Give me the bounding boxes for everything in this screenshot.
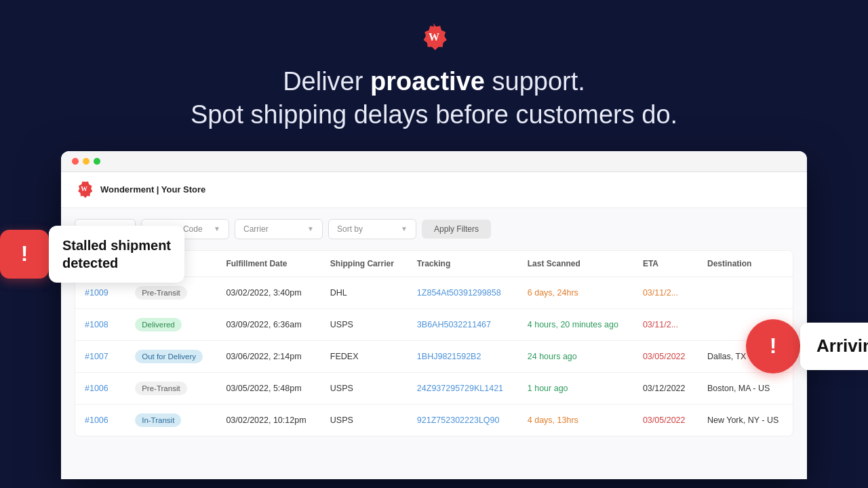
- tooltip-arriving-late: ! Arriving late: [746, 319, 868, 373]
- browser-maximize-dot: [94, 158, 100, 165]
- carrier-filter[interactable]: Carrier ▼: [235, 219, 323, 239]
- cell-eta: 03/05/2022: [633, 404, 698, 436]
- arriving-icon-box: !: [746, 319, 800, 373]
- col-carrier: Shipping Carrier: [321, 251, 408, 277]
- hero-title: Deliver proactive support. Spot shipping…: [191, 65, 677, 132]
- browser-close-dot: [72, 158, 79, 165]
- arriving-text: Arriving late: [816, 335, 868, 358]
- cell-fulfillment: 03/05/2022, 5:48pm: [216, 372, 320, 404]
- cell-carrier: USPS: [321, 372, 408, 404]
- app-brand: Wonderment | Your Store: [100, 184, 205, 195]
- cell-last-scanned: 6 days, 24hrs: [518, 277, 633, 308]
- col-eta: ETA: [633, 251, 698, 277]
- cell-status: Out for Delivery: [125, 340, 216, 372]
- arriving-text-box: Arriving late: [800, 323, 868, 370]
- app-logo-small: W: [75, 179, 94, 201]
- cell-tracking[interactable]: 24Z937295729KL1421: [408, 372, 518, 404]
- cell-last-scanned: 1 hour ago: [518, 372, 633, 404]
- col-tracking: Tracking: [408, 251, 518, 277]
- cell-status: In-Transit: [125, 404, 216, 436]
- tooltip-stalled: ! Stalled shipmentdetected: [0, 226, 184, 283]
- cell-order[interactable]: #1006: [75, 372, 125, 404]
- stalled-icon-box: !: [0, 230, 49, 279]
- cell-last-scanned: 24 hours ago: [518, 340, 633, 372]
- cell-tracking[interactable]: 1Z854At50391299858: [408, 277, 518, 308]
- tracking-chevron-icon: ▼: [214, 225, 220, 232]
- cell-eta: 03/12/2022: [633, 372, 698, 404]
- sortby-chevron-icon: ▼: [401, 225, 408, 232]
- cell-fulfillment: 03/02/2022, 10:12pm: [216, 404, 320, 436]
- cell-eta: 03/11/2...: [633, 277, 698, 308]
- carrier-chevron-icon: ▼: [307, 225, 314, 232]
- table-row: #1006 Pre-Transit 03/05/2022, 5:48pm USP…: [75, 372, 793, 404]
- table-row: #1007 Out for Delivery 03/06/2022, 2:14p…: [75, 340, 793, 372]
- table-body: #1009 Pre-Transit 03/02/2022, 3:40pm DHL…: [75, 277, 793, 436]
- cell-eta: 03/11/2...: [633, 308, 698, 340]
- cell-status: Delivered: [125, 308, 216, 340]
- cell-fulfillment: 03/02/2022, 3:40pm: [216, 277, 320, 308]
- stalled-text-box: Stalled shipmentdetected: [49, 226, 184, 283]
- svg-text:W: W: [429, 31, 439, 43]
- app-header: W Wonderment | Your Store: [61, 172, 807, 208]
- cell-tracking[interactable]: 1BHJ9821592B2: [408, 340, 518, 372]
- cell-carrier: USPS: [321, 308, 408, 340]
- cell-eta: 03/05/2022: [633, 340, 698, 372]
- col-last-scanned: Last Scanned: [518, 251, 633, 277]
- sortby-label: Sort by: [337, 224, 363, 234]
- cell-tracking[interactable]: 3B6AH5032211467: [408, 308, 518, 340]
- cell-fulfillment: 03/06/2022, 2:14pm: [216, 340, 320, 372]
- browser-window: ! Stalled shipmentdetected ! Arriving la…: [61, 151, 807, 479]
- cell-destination: [698, 277, 793, 308]
- col-destination: Destination: [698, 251, 793, 277]
- apply-filters-button[interactable]: Apply Filters: [422, 220, 491, 239]
- carrier-label: Carrier: [243, 224, 269, 234]
- stalled-text: Stalled shipmentdetected: [62, 237, 171, 272]
- table-row: #1006 In-Transit 03/02/2022, 10:12pm USP…: [75, 404, 793, 436]
- sortby-filter[interactable]: Sort by ▼: [328, 219, 416, 239]
- arriving-exclamation-icon: !: [770, 333, 777, 359]
- cell-order[interactable]: #1008: [75, 308, 125, 340]
- browser-minimize-dot: [83, 158, 90, 165]
- cell-tracking[interactable]: 921Z752302223LQ90: [408, 404, 518, 436]
- hero-section: W Deliver proactive support. Spot shippi…: [191, 0, 677, 151]
- cell-last-scanned: 4 days, 13hrs: [518, 404, 633, 436]
- svg-text:W: W: [81, 185, 87, 192]
- cell-carrier: FEDEX: [321, 340, 408, 372]
- cell-destination: New York, NY - US: [698, 404, 793, 436]
- cell-destination: Boston, MA - US: [698, 372, 793, 404]
- table-row: #1008 Delivered 03/09/2022, 6:36am USPS …: [75, 308, 793, 340]
- cell-order[interactable]: #1006: [75, 404, 125, 436]
- col-fulfillment: Fulfillment Date: [216, 251, 320, 277]
- cell-last-scanned: 4 hours, 20 minutes ago: [518, 308, 633, 340]
- cell-fulfillment: 03/09/2022, 6:36am: [216, 308, 320, 340]
- cell-order[interactable]: #1007: [75, 340, 125, 372]
- cell-carrier: USPS: [321, 404, 408, 436]
- cell-carrier: DHL: [321, 277, 408, 308]
- cell-status: Pre-Transit: [125, 372, 216, 404]
- browser-chrome: [61, 151, 807, 172]
- stalled-exclamation-icon: !: [21, 241, 28, 266]
- app-logo: W: [191, 22, 677, 54]
